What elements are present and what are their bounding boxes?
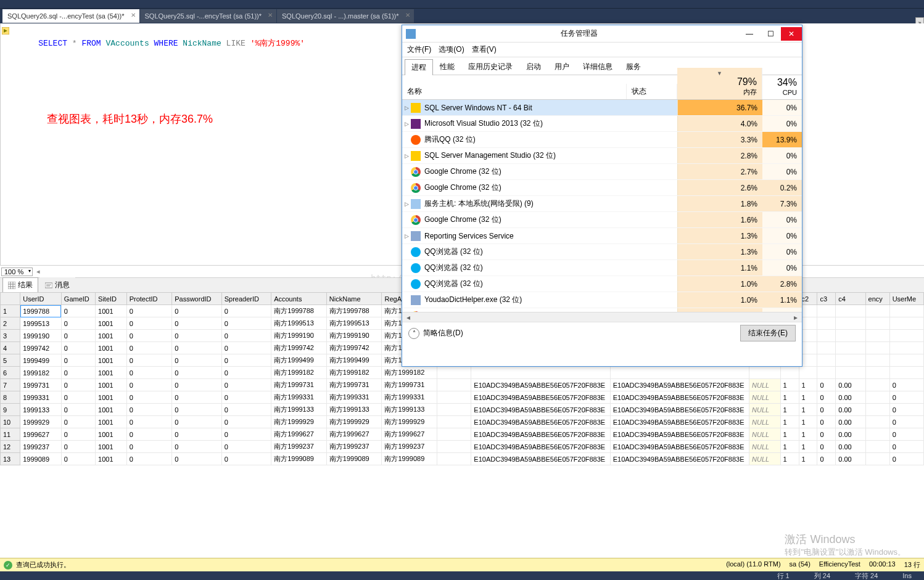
col-header[interactable]: c3 bbox=[817, 293, 836, 305]
doc-tab-0[interactable]: SQLQuery26.sql -...encyTest (sa (54))*✕ bbox=[2, 9, 139, 23]
expand-icon[interactable]: ▷ bbox=[402, 153, 411, 159]
cell[interactable]: 南方1999929 bbox=[271, 416, 327, 428]
cell[interactable]: 1 bbox=[799, 441, 817, 453]
close-icon[interactable]: ✕ bbox=[131, 12, 136, 18]
cell[interactable]: 0 bbox=[221, 391, 271, 404]
cell[interactable]: 0 bbox=[221, 428, 271, 441]
tm-tab-4[interactable]: 用户 bbox=[548, 59, 576, 75]
cell[interactable]: 0 bbox=[126, 367, 172, 379]
process-row[interactable]: 腾讯QQ (32 位)3.3%13.9% bbox=[402, 132, 802, 148]
cell[interactable]: E10ADC3949BA59ABBE56E057F20F883E bbox=[610, 441, 749, 453]
cell[interactable]: 0 bbox=[126, 379, 172, 391]
cell[interactable]: 南方1999237 bbox=[382, 441, 437, 453]
cell[interactable]: 0 bbox=[172, 354, 221, 367]
cell[interactable] bbox=[437, 416, 471, 428]
table-row[interactable]: 9199913301001000南方1999133南方1999133南方1999… bbox=[1, 404, 924, 416]
col-header[interactable]: NickName bbox=[326, 293, 382, 305]
cell[interactable]: 0 bbox=[221, 330, 271, 342]
cell[interactable] bbox=[817, 354, 836, 367]
cell[interactable]: 0 bbox=[889, 416, 923, 428]
cell[interactable]: 0 bbox=[889, 428, 923, 441]
cell[interactable]: 南方1999190 bbox=[271, 330, 327, 342]
row-number[interactable]: 10 bbox=[1, 416, 20, 428]
row-number[interactable]: 4 bbox=[1, 342, 20, 354]
cell[interactable]: 0 bbox=[172, 379, 221, 391]
cell[interactable]: 0 bbox=[172, 342, 221, 354]
cell[interactable] bbox=[437, 441, 471, 453]
process-row[interactable]: YoudaoDictHelper.exe (32 位)1.0%1.1% bbox=[402, 292, 802, 308]
cell[interactable]: 1 bbox=[780, 428, 799, 441]
doc-tab-2[interactable]: SQLQuery20.sql - ...).master (sa (51))*✕ bbox=[277, 9, 414, 23]
cell[interactable] bbox=[817, 342, 836, 354]
cell[interactable]: 0 bbox=[172, 404, 221, 416]
expand-icon[interactable]: ▷ bbox=[402, 233, 411, 239]
tm-tab-1[interactable]: 性能 bbox=[433, 59, 461, 75]
process-row[interactable]: QQ浏览器 (32 位)1.1%0% bbox=[402, 260, 802, 276]
cell[interactable]: 南方1999089 bbox=[326, 453, 382, 465]
cell[interactable]: 0 bbox=[61, 317, 95, 330]
col-header[interactable]: Accounts bbox=[271, 293, 327, 305]
cell[interactable]: 南方1999929 bbox=[326, 416, 382, 428]
col-name[interactable]: 名称 bbox=[402, 84, 627, 99]
cell[interactable]: 0 bbox=[61, 305, 95, 317]
cell[interactable]: 0.00 bbox=[836, 441, 865, 453]
col-header[interactable]: SiteID bbox=[96, 293, 127, 305]
table-row[interactable]: 12199923701001000南方1999237南方1999237南方199… bbox=[1, 441, 924, 453]
cell[interactable]: E10ADC3949BA59ABBE56E057F20F883E bbox=[471, 441, 610, 453]
cell[interactable]: 1 bbox=[780, 416, 799, 428]
cell[interactable]: 0 bbox=[817, 416, 836, 428]
cell[interactable]: 南方1999627 bbox=[326, 428, 382, 441]
col-header[interactable]: ProtectID bbox=[126, 293, 172, 305]
zoom-combo[interactable]: 100 % bbox=[1, 268, 33, 276]
cell[interactable]: 0 bbox=[126, 441, 172, 453]
menu-view[interactable]: 查看(V) bbox=[472, 44, 497, 55]
cell[interactable]: 0 bbox=[61, 330, 95, 342]
process-row[interactable]: ▷SQL Server Windows NT - 64 Bit36.7%0% bbox=[402, 100, 802, 116]
cell[interactable]: 南方1999742 bbox=[271, 342, 327, 354]
cell[interactable]: 0 bbox=[61, 391, 95, 404]
process-row[interactable]: ▷Microsoft Visual Studio 2013 (32 位)4.0%… bbox=[402, 116, 802, 132]
col-cpu[interactable]: 34% CPU bbox=[762, 75, 802, 99]
cell[interactable]: 0 bbox=[61, 416, 95, 428]
cell[interactable]: 0.00 bbox=[836, 453, 865, 465]
cell[interactable]: 1999089 bbox=[20, 453, 62, 465]
cell[interactable]: 1001 bbox=[96, 391, 127, 404]
cell[interactable]: 1001 bbox=[96, 342, 127, 354]
cell[interactable]: NULL bbox=[749, 441, 781, 453]
cell[interactable] bbox=[836, 330, 865, 342]
cell[interactable]: 1999182 bbox=[20, 367, 62, 379]
close-icon[interactable]: ✕ bbox=[268, 12, 273, 18]
col-header[interactable]: SpreaderID bbox=[221, 293, 271, 305]
cell[interactable]: 1999742 bbox=[20, 342, 62, 354]
maximize-button[interactable]: ☐ bbox=[760, 27, 781, 41]
cell[interactable]: 0 bbox=[221, 342, 271, 354]
cell[interactable] bbox=[437, 453, 471, 465]
cell[interactable]: 0.00 bbox=[836, 416, 865, 428]
process-row[interactable]: Google Chrome (32 位)2.6%0.2% bbox=[402, 180, 802, 196]
row-number[interactable]: 12 bbox=[1, 441, 20, 453]
cell[interactable]: E10ADC3949BA59ABBE56E057F20F883E bbox=[610, 453, 749, 465]
row-number[interactable]: 6 bbox=[1, 367, 20, 379]
cell[interactable]: 1001 bbox=[96, 453, 127, 465]
cell[interactable]: 0 bbox=[172, 453, 221, 465]
tm-tab-3[interactable]: 启动 bbox=[519, 59, 548, 75]
row-number[interactable]: 7 bbox=[1, 379, 20, 391]
cell[interactable]: 1 bbox=[780, 404, 799, 416]
cell[interactable] bbox=[749, 367, 781, 379]
cell[interactable]: 南方1999331 bbox=[382, 391, 437, 404]
table-row[interactable]: 6199918201001000南方1999182南方1999182南方1999… bbox=[1, 367, 924, 379]
cell[interactable] bbox=[836, 367, 865, 379]
cell[interactable]: 0 bbox=[817, 428, 836, 441]
cell[interactable] bbox=[836, 317, 865, 330]
doc-tab-1[interactable]: SQLQuery25.sql -...encyTest (sa (51))*✕ bbox=[140, 9, 277, 23]
cell[interactable]: NULL bbox=[749, 428, 781, 441]
cell[interactable]: 1999627 bbox=[20, 428, 62, 441]
cell[interactable] bbox=[889, 367, 923, 379]
cell[interactable]: 0 bbox=[817, 404, 836, 416]
cell[interactable]: E10ADC3949BA59ABBE56E057F20F883E bbox=[471, 428, 610, 441]
cell[interactable] bbox=[610, 367, 749, 379]
cell[interactable]: 1999731 bbox=[20, 379, 62, 391]
cell[interactable] bbox=[889, 305, 923, 317]
cell[interactable]: 1 bbox=[799, 453, 817, 465]
cell[interactable]: 南方1999331 bbox=[326, 391, 382, 404]
